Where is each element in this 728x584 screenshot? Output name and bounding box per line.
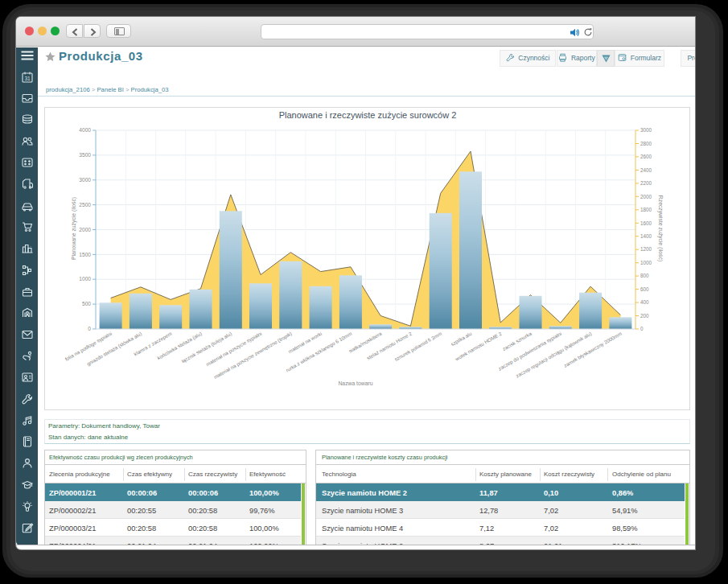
svg-text:2600: 2600 — [640, 154, 652, 159]
svg-text:Planowane i rzeczywiste zużyci: Planowane i rzeczywiste zużycie surowców… — [279, 110, 457, 120]
svg-text:2200: 2200 — [640, 180, 652, 186]
svg-text:3500: 3500 — [79, 152, 91, 158]
svg-text:gniazdo stelaża (słówka alu): gniazdo stelaża (słówka alu) — [86, 331, 143, 367]
svg-text:0: 0 — [640, 326, 644, 331]
svg-text:2800: 2800 — [640, 141, 652, 146]
svg-text:1000: 1000 — [640, 260, 652, 265]
svg-text:materiał na poszycie sypialni: materiał na poszycie sypialni — [205, 331, 263, 367]
svg-text:łącznik stelaża (tuleja alu): łącznik stelaża (tuleja alu) — [180, 331, 232, 364]
svg-text:folia na podłoge sypialni: folia na podłoge sypialni — [64, 331, 113, 362]
svg-text:400: 400 — [640, 299, 649, 305]
svg-text:2000: 2000 — [79, 227, 91, 232]
svg-text:1400: 1400 — [640, 233, 652, 239]
svg-text:800: 800 — [640, 273, 649, 278]
svg-text:Planowane zużycie (ilość): Planowane zużycie (ilość) — [71, 197, 77, 260]
svg-text:0: 0 — [88, 326, 91, 331]
svg-text:Rzeczywiste zużycie (ilość): Rzeczywiste zużycie (ilość) — [657, 195, 664, 261]
svg-text:4000: 4000 — [79, 127, 91, 133]
svg-text:600: 600 — [640, 286, 649, 292]
svg-text:200: 200 — [640, 313, 649, 319]
svg-text:1600: 1600 — [640, 220, 652, 226]
svg-text:1500: 1500 — [79, 252, 91, 257]
svg-text:szpilka alu: szpilka alu — [450, 331, 473, 348]
svg-text:2400: 2400 — [640, 167, 652, 173]
svg-text:500: 500 — [82, 301, 91, 306]
svg-text:zamek błyskawiczny 2000mm: zamek błyskawiczny 2000mm — [563, 331, 623, 368]
svg-text:1000: 1000 — [79, 276, 91, 282]
svg-text:3000: 3000 — [640, 127, 652, 133]
svg-text:2000: 2000 — [640, 194, 652, 199]
svg-text:..: .. — [30, 244, 31, 248]
svg-text:2500: 2500 — [79, 202, 91, 208]
svg-text:3000: 3000 — [79, 177, 91, 183]
svg-text:31: 31 — [24, 75, 31, 80]
svg-text:1200: 1200 — [640, 246, 652, 252]
svg-text:1800: 1800 — [640, 207, 652, 212]
svg-text:Nazwa towaru: Nazwa towaru — [338, 380, 372, 386]
